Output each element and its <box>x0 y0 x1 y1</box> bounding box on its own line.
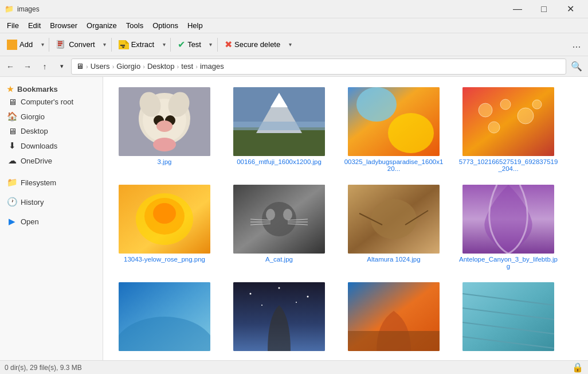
svg-point-60 <box>261 305 262 306</box>
svg-point-32 <box>518 108 534 124</box>
menubar: File Edit Browser Organize Tools Options… <box>0 18 588 33</box>
file-item-12[interactable] <box>454 279 563 357</box>
svg-point-31 <box>500 99 511 110</box>
file-item-1[interactable]: 3.jpg <box>110 84 219 176</box>
downloads-icon: ⬇ <box>7 141 17 151</box>
convert-button[interactable]: Convert <box>52 35 100 54</box>
svg-point-28 <box>388 113 434 153</box>
file-name-8: Antelope_Canyon_3_by_lifebtb.jpg <box>457 256 559 270</box>
address-path[interactable]: 🖥 › Users › Giorgio › Desktop › test › i… <box>71 59 566 75</box>
menu-edit[interactable]: Edit <box>23 20 45 31</box>
forward-button[interactable]: → <box>19 59 36 75</box>
star-icon: ★ <box>7 85 14 94</box>
add-label: Add <box>19 40 33 49</box>
svg-point-40 <box>262 202 296 236</box>
sidebar-item-desktop[interactable]: 🖥 Desktop <box>0 124 103 138</box>
file-name-1: 3.jpg <box>158 158 172 165</box>
window-title: images <box>17 5 504 13</box>
close-button[interactable]: ✕ <box>557 0 583 18</box>
file-item-3[interactable]: 00325_ladybugsparadise_1600x120... <box>339 84 448 176</box>
path-giorgio[interactable]: Giorgio <box>116 62 140 71</box>
open-label: Open <box>21 217 39 226</box>
path-test[interactable]: test <box>181 62 193 71</box>
search-button[interactable]: 🔍 <box>567 59 586 75</box>
menu-tools[interactable]: Tools <box>121 20 148 31</box>
file-item-11[interactable] <box>339 279 448 357</box>
back-button[interactable]: ← <box>2 59 18 75</box>
history-label: History <box>21 198 44 207</box>
svg-point-38 <box>153 203 176 224</box>
filesystem-icon: 📁 <box>7 177 17 188</box>
test-dropdown[interactable]: ▾ <box>207 35 215 54</box>
svg-point-50 <box>371 199 417 239</box>
file-thumb-6 <box>233 185 325 254</box>
menu-options[interactable]: Options <box>148 20 183 31</box>
file-item-7[interactable]: Altamura 1024.jpg <box>339 181 448 273</box>
maximize-button[interactable]: □ <box>531 0 557 18</box>
svg-point-58 <box>279 287 280 289</box>
path-desktop[interactable]: Desktop <box>147 62 175 71</box>
path-dropdown-button[interactable]: ▾ <box>54 59 70 75</box>
svg-point-61 <box>296 302 297 303</box>
test-button[interactable]: ✔ Test <box>173 35 206 54</box>
file-thumb-11 <box>348 282 440 351</box>
menu-browser[interactable]: Browser <box>45 20 82 31</box>
svg-point-20 <box>153 138 176 151</box>
sidebar-item-open[interactable]: ▶ Open <box>0 214 103 229</box>
sidebar-item-history[interactable]: 🕐 History <box>0 194 103 209</box>
file-name-3: 00325_ladybugsparadise_1600x120... <box>343 158 445 172</box>
convert-label: Convert <box>69 40 95 49</box>
secure-delete-dropdown[interactable]: ▾ <box>286 35 294 54</box>
menu-help[interactable]: Help <box>183 20 207 31</box>
file-thumb-5 <box>119 185 210 254</box>
file-thumb-1 <box>119 87 210 156</box>
path-sep-3: › <box>177 63 179 70</box>
svg-point-30 <box>479 103 492 117</box>
addressbar: ← → ↑ ▾ 🖥 › Users › Giorgio › Desktop › … <box>0 56 588 77</box>
main-content: ★ Bookmarks 🖥 Computer's root 🏠 Giorgio … <box>0 77 588 360</box>
svg-rect-29 <box>462 87 554 156</box>
convert-dropdown[interactable]: ▾ <box>101 35 109 54</box>
add-dropdown[interactable]: ▾ <box>38 35 46 54</box>
extract-label: Extract <box>131 40 154 49</box>
separator-3 <box>170 38 171 52</box>
sidebar-bookmarks-header[interactable]: ★ Bookmarks <box>0 81 103 95</box>
secure-delete-button[interactable]: ✖ Secure delete <box>220 35 285 54</box>
file-thumb-10 <box>233 282 325 351</box>
file-item-5[interactable]: 13043-yelow_rose_png.png <box>110 181 219 273</box>
file-item-8[interactable]: Antelope_Canyon_3_by_lifebtb.jpg <box>454 181 563 273</box>
file-item-4[interactable]: 5773_102166527519_692837519_204... <box>454 84 563 176</box>
svg-point-34 <box>532 100 542 109</box>
test-label: Test <box>187 40 201 49</box>
extract-dropdown[interactable]: ▾ <box>160 35 168 54</box>
add-button[interactable]: Add <box>2 35 37 54</box>
file-item-9[interactable] <box>110 279 219 357</box>
up-button[interactable]: ↑ <box>37 59 53 75</box>
sidebar-item-computer-root[interactable]: 🖥 Computer's root <box>0 95 103 109</box>
toolbar-overflow-button[interactable]: ... <box>567 35 586 54</box>
window-controls: — □ ✕ <box>504 0 583 18</box>
separator-4 <box>217 38 218 52</box>
sidebar-item-giorgio[interactable]: 🏠 Giorgio <box>0 109 103 124</box>
minimize-button[interactable]: — <box>504 0 531 18</box>
menu-organize[interactable]: Organize <box>82 20 121 31</box>
extract-icon <box>119 40 129 49</box>
filesystem-label: Filesystem <box>21 178 56 187</box>
svg-rect-10 <box>120 45 125 46</box>
file-grid: 3.jpg 00166_mtfuji_1600x1200.jpg <box>103 77 588 360</box>
path-sep-0: › <box>86 63 88 70</box>
sidebar-item-filesystem[interactable]: 📁 Filesystem <box>0 175 103 190</box>
sidebar-item-downloads[interactable]: ⬇ Downloads <box>0 138 103 153</box>
sidebar-item-onedrive[interactable]: ☁ OneDrive <box>0 153 103 168</box>
extract-button[interactable]: Extract <box>114 35 159 54</box>
file-item-2[interactable]: 00166_mtfuji_1600x1200.jpg <box>225 84 334 176</box>
menu-file[interactable]: File <box>2 20 23 31</box>
svg-point-33 <box>488 122 500 133</box>
svg-rect-6 <box>58 43 62 44</box>
file-item-6[interactable]: A_cat.jpg <box>225 181 334 273</box>
file-name-2: 00166_mtfuji_1600x1200.jpg <box>237 158 322 165</box>
path-users[interactable]: Users <box>91 62 110 71</box>
path-images[interactable]: images <box>200 62 224 71</box>
file-item-10[interactable] <box>225 279 334 357</box>
lock-icon: 🔒 <box>572 362 583 373</box>
